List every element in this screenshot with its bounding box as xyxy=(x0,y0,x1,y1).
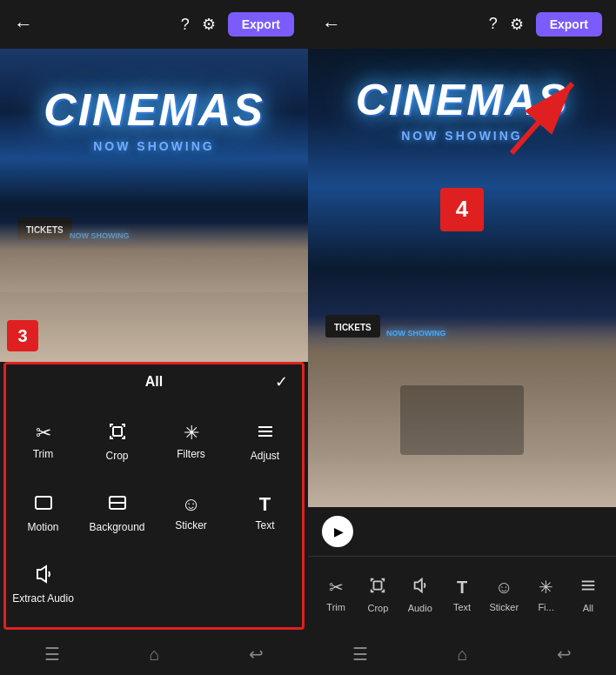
left-nav-menu-icon[interactable]: ☰ xyxy=(44,644,60,665)
svg-rect-10 xyxy=(374,581,382,589)
toolbar-checkmark[interactable]: ✓ xyxy=(275,372,288,391)
left-mall-lower xyxy=(0,223,308,362)
step3-badge: 3 xyxy=(7,320,38,351)
right-crop-icon xyxy=(369,577,386,598)
right-trim-icon: ✂ xyxy=(329,577,344,598)
right-video-preview: CINEMAS NOW SHOWING 4 TICKETS NOW S xyxy=(308,49,616,507)
right-all-icon xyxy=(579,577,597,598)
right-export-button[interactable]: Export xyxy=(536,12,602,37)
red-arrow xyxy=(494,66,599,170)
right-tool-all[interactable]: All xyxy=(571,577,606,613)
text-label: Text xyxy=(255,519,274,531)
right-tool-crop[interactable]: Crop xyxy=(360,577,395,613)
left-nav-home-icon[interactable]: ⌂ xyxy=(149,645,159,665)
left-cinema-text: CINEMAS xyxy=(44,84,264,136)
tools-grid: ✂ Trim Crop ✳ Filters xyxy=(6,399,302,627)
tool-text[interactable]: T Text xyxy=(228,478,302,549)
extract-audio-label: Extract Audio xyxy=(12,592,74,605)
tool-filters[interactable]: ✳ Filters xyxy=(154,406,228,478)
right-crop-label: Crop xyxy=(368,603,389,613)
right-tool-text[interactable]: T Text xyxy=(445,578,479,612)
tool-motion[interactable]: Motion xyxy=(6,478,80,549)
right-top-bar-left: ← xyxy=(322,13,341,36)
tool-extract-audio[interactable]: Extract Audio xyxy=(6,549,80,620)
right-top-bar-right: ? ⚙ Export xyxy=(489,12,602,37)
trim-icon: ✂ xyxy=(36,424,51,443)
filters-icon: ✳ xyxy=(184,424,199,443)
svg-line-9 xyxy=(512,84,572,153)
right-sticker-label: Sticker xyxy=(489,602,519,612)
right-filter-label: Fi... xyxy=(538,602,553,612)
left-panel: ← ? ⚙ Export CINEMAS NOW SHOWING TICKETS… xyxy=(0,0,308,675)
right-filter-icon: ✳ xyxy=(539,577,553,598)
right-tool-sticker[interactable]: ☺ Sticker xyxy=(486,578,521,612)
adjust-icon xyxy=(256,422,275,444)
right-tool-trim[interactable]: ✂ Trim xyxy=(318,577,353,612)
motion-label: Motion xyxy=(27,521,58,533)
right-cinema-bg: CINEMAS NOW SHOWING 4 TICKETS NOW S xyxy=(308,49,616,507)
tool-trim[interactable]: ✂ Trim xyxy=(6,406,80,478)
right-play-bar: ▶ xyxy=(308,507,616,556)
crop-icon xyxy=(108,422,127,444)
right-tools-bar: ✂ Trim Crop Audio xyxy=(308,556,616,634)
svg-rect-0 xyxy=(113,427,122,436)
right-trim-label: Trim xyxy=(326,602,345,612)
sticker-icon: ☺ xyxy=(181,495,200,514)
filters-label: Filters xyxy=(177,448,205,460)
tool-background[interactable]: Background xyxy=(80,478,154,549)
svg-marker-7 xyxy=(37,566,46,582)
right-tool-audio[interactable]: Audio xyxy=(403,577,438,613)
left-help-icon[interactable]: ? xyxy=(181,16,190,34)
right-panel: ← ? ⚙ Export CINEMAS NOW SHOWING 4 xyxy=(308,0,616,675)
left-top-bar-right: ? ⚙ Export xyxy=(181,12,294,37)
right-all-label: All xyxy=(583,603,593,613)
right-nav-menu-icon[interactable]: ☰ xyxy=(352,644,368,665)
crop-label: Crop xyxy=(105,450,128,462)
right-tickets: TICKETS xyxy=(325,315,380,338)
svg-rect-4 xyxy=(36,497,51,509)
right-help-icon[interactable]: ? xyxy=(489,15,498,33)
left-export-button[interactable]: Export xyxy=(228,12,294,37)
left-mall-floor xyxy=(0,292,308,362)
sticker-label: Sticker xyxy=(175,519,207,531)
background-icon xyxy=(108,493,127,516)
adjust-label: Adjust xyxy=(251,450,279,462)
left-nav-back-icon[interactable]: ↩ xyxy=(249,644,264,665)
right-nav-home-icon[interactable]: ⌂ xyxy=(457,645,467,665)
right-audio-icon xyxy=(412,577,429,598)
right-mall-inner xyxy=(400,385,524,455)
right-settings-icon[interactable]: ⚙ xyxy=(510,15,524,34)
right-text-label: Text xyxy=(453,602,471,612)
left-settings-icon[interactable]: ⚙ xyxy=(202,15,216,34)
tool-crop[interactable]: Crop xyxy=(80,406,154,478)
right-text-icon: T xyxy=(457,578,467,598)
left-bottom-nav: ☰ ⌂ ↩ xyxy=(0,633,308,675)
tool-sticker[interactable]: ☺ Sticker xyxy=(154,478,228,549)
right-play-button[interactable]: ▶ xyxy=(322,516,353,547)
right-sticker-icon: ☺ xyxy=(495,578,512,598)
right-nav-back-icon[interactable]: ↩ xyxy=(557,644,572,665)
tool-adjust[interactable]: Adjust xyxy=(228,406,302,478)
toolbar-section: All ✓ ✂ Trim Crop xyxy=(3,362,305,630)
text-icon: T xyxy=(259,495,271,514)
right-top-bar: ← ? ⚙ Export xyxy=(308,0,616,49)
left-back-button[interactable]: ← xyxy=(14,13,33,36)
background-label: Background xyxy=(89,521,144,533)
trim-label: Trim xyxy=(33,448,54,460)
step4-badge: 4 xyxy=(440,188,484,231)
left-cinema-sign: CINEMAS NOW SHOWING xyxy=(44,84,264,153)
right-back-button[interactable]: ← xyxy=(322,13,341,36)
toolbar-header: All ✓ xyxy=(6,364,302,399)
left-top-bar: ← ? ⚙ Export xyxy=(0,0,308,49)
extract-audio-icon xyxy=(34,565,53,587)
right-tool-filter[interactable]: ✳ Fi... xyxy=(529,577,564,612)
right-mall-scene xyxy=(308,316,616,507)
right-bottom-nav: ☰ ⌂ ↩ xyxy=(308,633,616,675)
toolbar-title: All xyxy=(145,374,163,390)
motion-icon xyxy=(34,493,53,516)
right-audio-label: Audio xyxy=(408,603,432,613)
left-cinema-sub: NOW SHOWING xyxy=(44,139,264,153)
left-video-preview: CINEMAS NOW SHOWING TICKETS NOW SHOWING xyxy=(0,49,308,362)
left-top-bar-left: ← xyxy=(14,13,33,36)
left-cinema-bg: CINEMAS NOW SHOWING TICKETS NOW SHOWING xyxy=(0,49,308,362)
